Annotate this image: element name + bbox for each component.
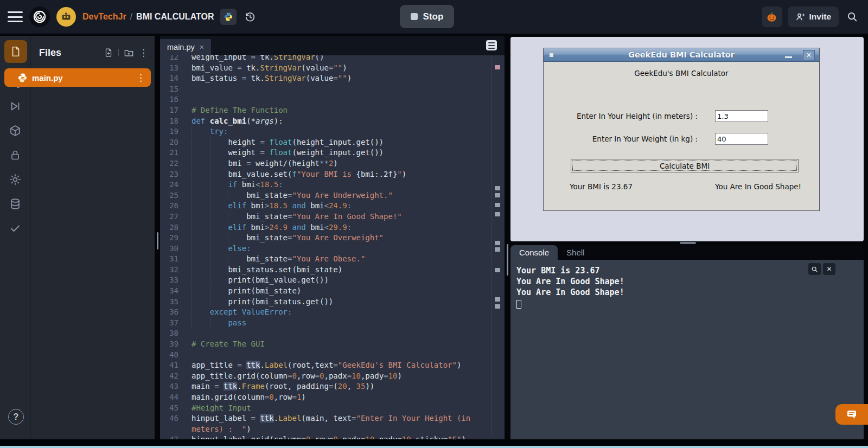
code-line: 24 if bmi<18.5:: [160, 180, 505, 190]
tab-shell[interactable]: Shell: [558, 245, 593, 260]
line-number: 13: [160, 63, 192, 74]
files-panel-title: Files: [39, 47, 61, 59]
chat-button[interactable]: [835, 404, 868, 425]
minimap-mark: [495, 203, 500, 207]
invite-button[interactable]: Invite: [788, 7, 839, 27]
line-number: 17: [160, 105, 192, 116]
line-number: 20: [160, 137, 192, 148]
stop-button[interactable]: Stop: [400, 5, 454, 28]
line-number: 43: [160, 381, 192, 392]
minimap-mark: [495, 193, 500, 197]
code-line: 33 print(bmi_value.get()): [160, 275, 505, 286]
code-line: 25 bmi_state="You Are Underweight.": [160, 190, 505, 201]
code-line: 31 bmi_state="You Are Obese.": [160, 254, 505, 265]
left-sidebar: ? Files ⋮ main.py: [0, 36, 155, 439]
line-number: 24: [160, 180, 192, 190]
editor-options-icon[interactable]: [486, 40, 497, 50]
app-window-minimize-icon[interactable]: [785, 56, 792, 58]
code-area[interactable]: 12weight_input = tk.StringVar()13bmi_val…: [160, 55, 505, 439]
panel-resize-handle-left[interactable]: [157, 232, 158, 249]
breadcrumb-project-link[interactable]: BMI CALCULATOR: [136, 12, 214, 22]
code-line: 27 bmi_state="You Are In Good Shape!": [160, 212, 505, 222]
sidebar-item-run[interactable]: [9, 100, 22, 113]
pumpkin-theme-button[interactable]: [762, 7, 782, 27]
sidebar-item-packages[interactable]: [9, 124, 22, 137]
height-input[interactable]: [715, 110, 768, 122]
app-window-titlebar[interactable]: GeekEdu BMI Calculator ✕: [544, 48, 819, 62]
code-line: 34 print(bmi_state): [160, 286, 505, 297]
stop-label: Stop: [423, 11, 444, 22]
new-file-icon[interactable]: [104, 48, 113, 57]
code-line: 46hinput_label = ttk.Label(main, text="E…: [160, 413, 505, 434]
editor-scrollbar-track[interactable]: [492, 57, 492, 437]
sidebar-item-database[interactable]: [9, 197, 22, 210]
app-window-title: GeekEdu BMI Calculator: [544, 50, 819, 59]
file-item-mainpy[interactable]: main.py ⋮: [4, 68, 151, 87]
code-line: 39# Create The GUI: [160, 339, 505, 350]
replit-logo-icon[interactable]: [29, 7, 50, 27]
tab-close-icon[interactable]: ×: [200, 43, 204, 52]
console-pane: Console Shell Your BMI is 23.67You Are I…: [510, 245, 864, 439]
sidebar-item-files[interactable]: [4, 40, 27, 63]
sidebar-item-checks[interactable]: [9, 222, 22, 235]
console-search-icon[interactable]: [808, 263, 821, 275]
code-line: 47hinput_label.grid(column=0,row=0,padx=…: [160, 434, 505, 439]
line-number: 14: [160, 73, 192, 84]
code-line: 19 try:: [160, 126, 505, 137]
line-number: 31: [160, 254, 192, 265]
line-number: 40: [160, 350, 192, 361]
line-number: 28: [160, 222, 192, 233]
console-clear-icon[interactable]: ✕: [823, 263, 835, 275]
new-folder-icon[interactable]: [124, 48, 134, 58]
code-line: 20 height = float(height_input.get()): [160, 137, 505, 148]
minimap-mark: [495, 247, 500, 252]
line-number: 34: [160, 286, 192, 297]
sidebar-item-secrets[interactable]: [9, 149, 22, 162]
hamburger-menu-icon[interactable]: [8, 11, 23, 22]
line-number: 42: [160, 371, 192, 382]
sidebar-item-settings[interactable]: [9, 173, 22, 186]
tab-mainpy[interactable]: main.py ×: [160, 39, 211, 55]
code-line: 18def calc_bmi(*args):: [160, 116, 505, 127]
bottom-edge-highlight: [0, 446, 868, 448]
minimap-mark: [495, 212, 500, 216]
code-line: 21 weight = float(weight_input.get()): [160, 148, 505, 158]
file-item-kebab-icon[interactable]: ⋮: [136, 73, 145, 82]
avatar[interactable]: [56, 7, 76, 27]
pane-resize-handle-horizontal[interactable]: [680, 242, 696, 244]
line-number: 39: [160, 339, 192, 350]
search-icon[interactable]: [844, 9, 860, 25]
code-line: 12weight_input = tk.StringVar(): [160, 55, 505, 63]
code-line: 35 print(bmi_status.get()): [160, 297, 505, 308]
weight-input[interactable]: [715, 133, 768, 145]
line-number: 45: [160, 403, 192, 414]
line-number: 23: [160, 169, 192, 180]
files-menu-kebab-icon[interactable]: ⋮: [139, 48, 148, 57]
bmi-result-label: Your BMI is 23.67: [570, 182, 633, 191]
line-number: 29: [160, 233, 192, 244]
line-number: 12: [160, 55, 192, 63]
console-tab-bar: Console Shell: [510, 245, 593, 260]
bottom-strip: [0, 439, 868, 446]
panel-resize-handle-right[interactable]: [507, 244, 508, 276]
top-bar: DevTechJr / BMI CALCULATOR: [0, 0, 868, 34]
breadcrumb-separator: /: [130, 12, 132, 22]
console-output[interactable]: Your BMI is 23.67You Are In Good Shape!Y…: [510, 260, 864, 439]
code-line: 29 bmi_state="You Are Overweight": [160, 233, 505, 244]
history-icon[interactable]: [243, 10, 257, 24]
code-line: 41app_title = ttk.Label(root,text="GeekE…: [160, 360, 505, 371]
app-window-close-icon[interactable]: ✕: [803, 50, 815, 60]
code-line: 15: [160, 84, 505, 95]
python-language-icon: [220, 9, 237, 25]
code-line: 44main.grid(column=0,row=1): [160, 392, 505, 403]
calculate-bmi-button[interactable]: Calculate BMI: [571, 159, 799, 172]
files-actions-divider: [118, 49, 119, 56]
breadcrumb-user-link[interactable]: DevTechJr: [82, 12, 126, 22]
code-line: 23 bmi_value.set(f"Your BMI is {bmi:.2f}…: [160, 169, 505, 180]
tab-console[interactable]: Console: [510, 245, 558, 260]
line-number: 18: [160, 116, 192, 127]
line-number: 32: [160, 265, 192, 276]
code-line: 14bmi_status = tk.StringVar(value=""): [160, 73, 505, 84]
line-number: 35: [160, 297, 192, 308]
help-button[interactable]: ?: [8, 409, 24, 425]
